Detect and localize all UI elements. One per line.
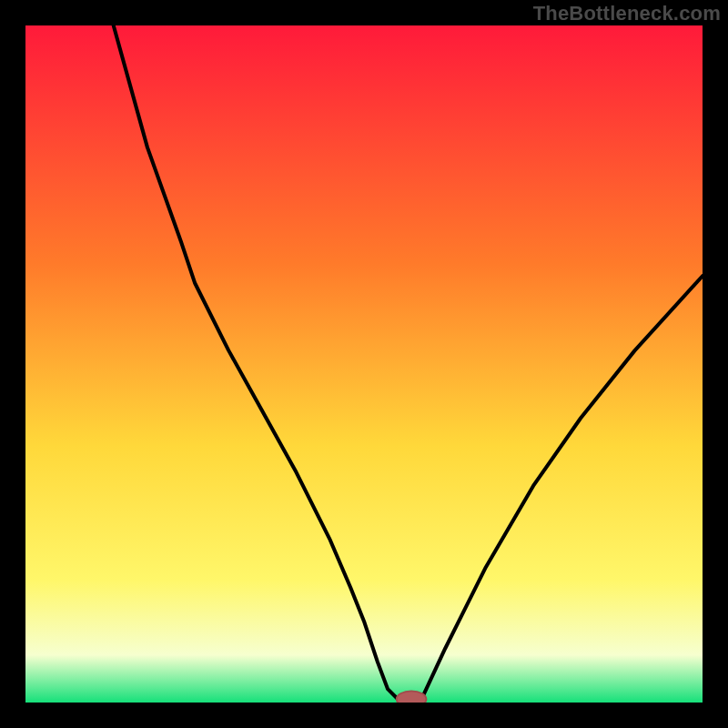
plot-svg xyxy=(25,25,703,703)
optimum-marker xyxy=(397,691,427,703)
gradient-background xyxy=(25,25,703,703)
watermark-text: TheBottleneck.com xyxy=(533,2,721,25)
bottleneck-plot xyxy=(25,25,703,703)
chart-frame: TheBottleneck.com xyxy=(0,0,728,728)
